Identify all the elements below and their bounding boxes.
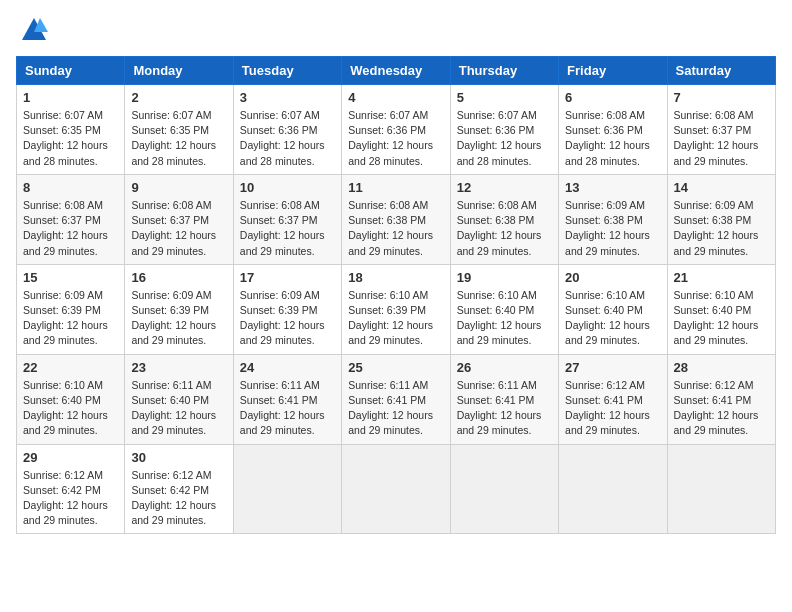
calendar-cell: 16Sunrise: 6:09 AMSunset: 6:39 PMDayligh… [125,264,233,354]
day-info: Sunrise: 6:10 AMSunset: 6:40 PMDaylight:… [565,288,660,349]
day-number: 30 [131,450,226,465]
day-number: 23 [131,360,226,375]
day-info: Sunrise: 6:07 AMSunset: 6:35 PMDaylight:… [131,108,226,169]
day-number: 13 [565,180,660,195]
day-info: Sunrise: 6:10 AMSunset: 6:40 PMDaylight:… [674,288,769,349]
day-info: Sunrise: 6:12 AMSunset: 6:42 PMDaylight:… [131,468,226,529]
day-number: 27 [565,360,660,375]
calendar-cell: 29Sunrise: 6:12 AMSunset: 6:42 PMDayligh… [17,444,125,534]
day-number: 7 [674,90,769,105]
day-info: Sunrise: 6:11 AMSunset: 6:41 PMDaylight:… [240,378,335,439]
calendar-cell: 5Sunrise: 6:07 AMSunset: 6:36 PMDaylight… [450,85,558,175]
day-info: Sunrise: 6:11 AMSunset: 6:41 PMDaylight:… [348,378,443,439]
day-number: 10 [240,180,335,195]
day-number: 4 [348,90,443,105]
calendar-cell: 28Sunrise: 6:12 AMSunset: 6:41 PMDayligh… [667,354,775,444]
col-header-monday: Monday [125,57,233,85]
day-number: 5 [457,90,552,105]
day-info: Sunrise: 6:09 AMSunset: 6:38 PMDaylight:… [674,198,769,259]
calendar-cell: 17Sunrise: 6:09 AMSunset: 6:39 PMDayligh… [233,264,341,354]
day-number: 24 [240,360,335,375]
day-number: 16 [131,270,226,285]
header [16,16,776,44]
day-number: 11 [348,180,443,195]
calendar-cell: 12Sunrise: 6:08 AMSunset: 6:38 PMDayligh… [450,174,558,264]
calendar-cell [233,444,341,534]
logo-icon [20,16,48,44]
day-info: Sunrise: 6:09 AMSunset: 6:39 PMDaylight:… [131,288,226,349]
col-header-friday: Friday [559,57,667,85]
day-number: 28 [674,360,769,375]
calendar-cell: 24Sunrise: 6:11 AMSunset: 6:41 PMDayligh… [233,354,341,444]
calendar-cell: 2Sunrise: 6:07 AMSunset: 6:35 PMDaylight… [125,85,233,175]
day-info: Sunrise: 6:08 AMSunset: 6:37 PMDaylight:… [23,198,118,259]
day-info: Sunrise: 6:08 AMSunset: 6:38 PMDaylight:… [457,198,552,259]
calendar-cell [450,444,558,534]
day-number: 15 [23,270,118,285]
calendar-cell: 25Sunrise: 6:11 AMSunset: 6:41 PMDayligh… [342,354,450,444]
calendar-cell: 14Sunrise: 6:09 AMSunset: 6:38 PMDayligh… [667,174,775,264]
calendar-cell: 23Sunrise: 6:11 AMSunset: 6:40 PMDayligh… [125,354,233,444]
calendar-cell [559,444,667,534]
day-number: 1 [23,90,118,105]
col-header-tuesday: Tuesday [233,57,341,85]
calendar-cell: 9Sunrise: 6:08 AMSunset: 6:37 PMDaylight… [125,174,233,264]
logo [16,16,48,44]
calendar-cell: 4Sunrise: 6:07 AMSunset: 6:36 PMDaylight… [342,85,450,175]
day-info: Sunrise: 6:12 AMSunset: 6:41 PMDaylight:… [674,378,769,439]
day-number: 22 [23,360,118,375]
col-header-wednesday: Wednesday [342,57,450,85]
day-info: Sunrise: 6:08 AMSunset: 6:36 PMDaylight:… [565,108,660,169]
day-number: 26 [457,360,552,375]
day-info: Sunrise: 6:09 AMSunset: 6:39 PMDaylight:… [240,288,335,349]
calendar-cell: 30Sunrise: 6:12 AMSunset: 6:42 PMDayligh… [125,444,233,534]
day-info: Sunrise: 6:08 AMSunset: 6:37 PMDaylight:… [131,198,226,259]
day-info: Sunrise: 6:12 AMSunset: 6:41 PMDaylight:… [565,378,660,439]
calendar-cell: 21Sunrise: 6:10 AMSunset: 6:40 PMDayligh… [667,264,775,354]
day-number: 25 [348,360,443,375]
calendar-cell: 22Sunrise: 6:10 AMSunset: 6:40 PMDayligh… [17,354,125,444]
day-info: Sunrise: 6:08 AMSunset: 6:37 PMDaylight:… [674,108,769,169]
day-number: 17 [240,270,335,285]
col-header-saturday: Saturday [667,57,775,85]
calendar-cell: 20Sunrise: 6:10 AMSunset: 6:40 PMDayligh… [559,264,667,354]
calendar-cell: 11Sunrise: 6:08 AMSunset: 6:38 PMDayligh… [342,174,450,264]
day-info: Sunrise: 6:09 AMSunset: 6:38 PMDaylight:… [565,198,660,259]
day-info: Sunrise: 6:07 AMSunset: 6:35 PMDaylight:… [23,108,118,169]
day-number: 2 [131,90,226,105]
day-number: 3 [240,90,335,105]
calendar: SundayMondayTuesdayWednesdayThursdayFrid… [16,56,776,534]
day-info: Sunrise: 6:11 AMSunset: 6:41 PMDaylight:… [457,378,552,439]
calendar-cell: 8Sunrise: 6:08 AMSunset: 6:37 PMDaylight… [17,174,125,264]
calendar-cell: 26Sunrise: 6:11 AMSunset: 6:41 PMDayligh… [450,354,558,444]
day-info: Sunrise: 6:10 AMSunset: 6:40 PMDaylight:… [457,288,552,349]
calendar-cell [667,444,775,534]
day-info: Sunrise: 6:07 AMSunset: 6:36 PMDaylight:… [348,108,443,169]
col-header-sunday: Sunday [17,57,125,85]
day-number: 8 [23,180,118,195]
day-info: Sunrise: 6:09 AMSunset: 6:39 PMDaylight:… [23,288,118,349]
calendar-cell: 10Sunrise: 6:08 AMSunset: 6:37 PMDayligh… [233,174,341,264]
day-info: Sunrise: 6:12 AMSunset: 6:42 PMDaylight:… [23,468,118,529]
day-info: Sunrise: 6:11 AMSunset: 6:40 PMDaylight:… [131,378,226,439]
calendar-cell: 13Sunrise: 6:09 AMSunset: 6:38 PMDayligh… [559,174,667,264]
calendar-cell: 6Sunrise: 6:08 AMSunset: 6:36 PMDaylight… [559,85,667,175]
day-number: 9 [131,180,226,195]
day-info: Sunrise: 6:10 AMSunset: 6:40 PMDaylight:… [23,378,118,439]
day-info: Sunrise: 6:07 AMSunset: 6:36 PMDaylight:… [457,108,552,169]
day-number: 6 [565,90,660,105]
day-number: 29 [23,450,118,465]
day-info: Sunrise: 6:08 AMSunset: 6:38 PMDaylight:… [348,198,443,259]
calendar-cell: 7Sunrise: 6:08 AMSunset: 6:37 PMDaylight… [667,85,775,175]
col-header-thursday: Thursday [450,57,558,85]
day-number: 19 [457,270,552,285]
day-number: 21 [674,270,769,285]
calendar-cell: 27Sunrise: 6:12 AMSunset: 6:41 PMDayligh… [559,354,667,444]
day-number: 18 [348,270,443,285]
day-info: Sunrise: 6:10 AMSunset: 6:39 PMDaylight:… [348,288,443,349]
day-number: 14 [674,180,769,195]
day-number: 12 [457,180,552,195]
calendar-cell: 18Sunrise: 6:10 AMSunset: 6:39 PMDayligh… [342,264,450,354]
day-number: 20 [565,270,660,285]
calendar-cell [342,444,450,534]
